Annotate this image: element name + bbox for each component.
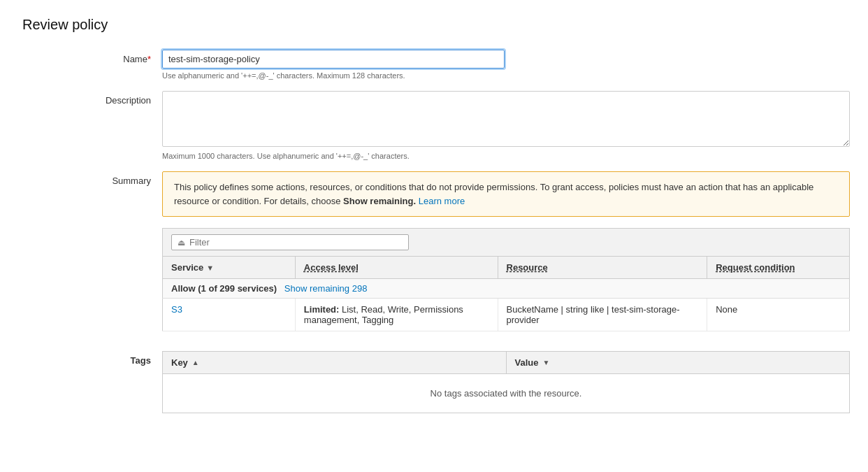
name-input[interactable]: [162, 50, 505, 69]
name-label: Name*: [22, 50, 162, 80]
table-row: S3 Limited: List, Read, Write, Permissio…: [163, 299, 850, 331]
summary-box: This policy defines some actions, resour…: [162, 171, 850, 217]
th-key: Key ▲: [163, 352, 507, 374]
row-access-cell: Limited: List, Read, Write, Permissions …: [295, 299, 498, 331]
show-remaining-bold: Show remaining.: [343, 196, 416, 206]
summary-warning-text: This policy defines some actions, resour…: [174, 182, 813, 206]
no-tags-row: No tags associated with the resource.: [163, 374, 850, 413]
row-resource-cell: BucketName | string like | test-sim-stor…: [498, 299, 707, 331]
page-title: Review policy: [22, 17, 846, 33]
service-sort-icon[interactable]: ▼: [206, 264, 214, 272]
policy-table: Service ▼ Access level Resource Request …: [162, 256, 850, 331]
filter-section: ⏏: [162, 228, 850, 256]
allow-row: Allow (1 of 299 services) Show remaining…: [163, 279, 850, 299]
show-remaining-link[interactable]: Show remaining 298: [284, 283, 368, 294]
th-access-level: Access level: [295, 257, 498, 279]
th-resource: Resource: [498, 257, 707, 279]
tags-table: Key ▲ Value ▼ No tags associated with th…: [162, 351, 850, 413]
summary-label: Summary: [22, 171, 162, 217]
s3-service-link[interactable]: S3: [171, 304, 182, 315]
filter-input-wrap: ⏏: [171, 234, 409, 250]
row-service-cell: S3: [163, 299, 296, 331]
description-label: Description: [22, 91, 162, 160]
search-icon: ⏏: [178, 238, 185, 248]
access-level-prefix: Limited:: [304, 304, 342, 315]
filter-input[interactable]: [189, 237, 403, 248]
row-condition-cell: None: [707, 299, 850, 331]
th-service: Service ▼: [163, 257, 296, 279]
learn-more-link[interactable]: Learn more: [419, 196, 465, 206]
allow-row-text: Allow (1 of 299 services): [171, 283, 277, 294]
th-request-condition: Request condition: [707, 257, 850, 279]
tags-label: Tags: [22, 351, 162, 408]
name-hint: Use alphanumeric and '++=,@-_' character…: [162, 71, 846, 80]
description-textarea[interactable]: [162, 91, 850, 147]
table-label-spacer: [22, 228, 162, 331]
th-value: Value ▼: [506, 352, 850, 374]
key-sort-asc-icon[interactable]: ▲: [192, 359, 199, 366]
description-hint: Maximum 1000 characters. Use alphanumeri…: [162, 152, 850, 160]
no-tags-text: No tags associated with the resource.: [163, 374, 850, 413]
value-sort-desc-icon[interactable]: ▼: [542, 359, 549, 366]
